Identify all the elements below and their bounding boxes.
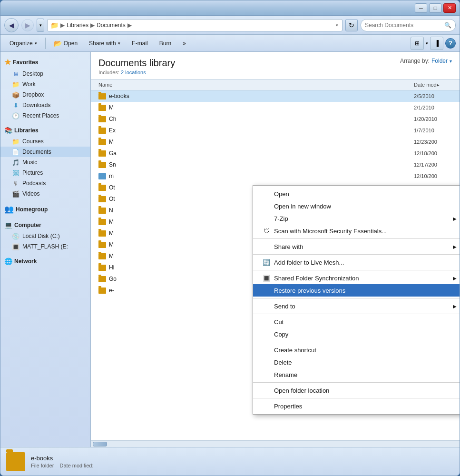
path-libraries[interactable]: Libraries	[67, 22, 88, 29]
share-with-icon	[263, 243, 270, 250]
column-date[interactable]: Date mod▸	[414, 82, 452, 88]
context-menu-restore[interactable]: Restore previous versions	[253, 284, 460, 297]
back-button[interactable]: ◀	[4, 18, 19, 32]
scroll-thumb[interactable]	[93, 442, 107, 446]
horizontal-scrollbar[interactable]	[91, 440, 460, 447]
file-date: 2/5/2010	[414, 93, 452, 99]
preview-pane-button[interactable]: ▐	[430, 37, 443, 50]
table-row[interactable]: m 12/10/200	[91, 170, 460, 182]
file-date: 12/17/200	[414, 162, 452, 168]
open-button[interactable]: 📂 Open	[49, 37, 83, 50]
send-to-icon	[263, 302, 270, 310]
rename-icon	[263, 371, 270, 378]
nav-dropdown[interactable]: ▾	[37, 19, 44, 32]
sidebar-item-recent[interactable]: 🕐 Recent Places	[0, 110, 90, 121]
context-menu-create-shortcut[interactable]: Create shortcut	[253, 344, 460, 356]
table-row[interactable]: Ga 12/18/200	[91, 148, 460, 159]
libraries-header[interactable]: 📚 Libraries	[0, 125, 90, 136]
path-documents[interactable]: Documents	[97, 22, 126, 29]
folder-icon	[98, 185, 106, 191]
help-button[interactable]: ?	[445, 38, 456, 49]
context-menu-properties[interactable]: Properties	[253, 400, 460, 412]
table-row[interactable]: e-books 2/5/2010	[91, 90, 460, 102]
sidebar-item-music[interactable]: 🎵 Music	[0, 157, 90, 168]
context-menu-7zip[interactable]: 7-Zip ▶	[253, 212, 460, 225]
favorites-header[interactable]: ★ Favorites	[0, 56, 90, 69]
organize-button[interactable]: Organize ▾	[4, 37, 42, 50]
context-menu-share-with[interactable]: Share with ▶	[253, 240, 460, 253]
table-row[interactable]: Ex 1/7/2010	[91, 125, 460, 136]
search-icon: 🔍	[444, 22, 451, 29]
sidebar-item-flash[interactable]: 🔳 MATT_FLASH (E:	[0, 241, 90, 252]
file-date: 12/10/200	[414, 173, 452, 179]
sidebar-item-local-disk[interactable]: 💿 Local Disk (C:)	[0, 231, 90, 241]
favorites-section: ★ Favorites 🖥 Desktop 📁 Work 📦 Dropbox ⬇	[0, 56, 90, 121]
folder-icon	[98, 219, 106, 225]
status-bar: e-books File folder Date modified:	[0, 447, 460, 476]
homegroup-header[interactable]: 👥 Homegroup	[0, 203, 90, 216]
context-menu-cut[interactable]: Cut	[253, 316, 460, 328]
sidebar-item-courses[interactable]: 📁 Courses	[0, 136, 90, 147]
table-row[interactable]: M 12/23/200	[91, 136, 460, 148]
courses-icon: 📁	[12, 138, 20, 145]
cut-icon	[263, 318, 270, 326]
close-button[interactable]: ✕	[443, 3, 456, 13]
sidebar-item-dropbox[interactable]: 📦 Dropbox	[0, 89, 90, 100]
context-menu-rename[interactable]: Rename	[253, 368, 460, 381]
context-menu-open[interactable]: Open	[253, 188, 460, 200]
table-row[interactable]: M 2/1/2010	[91, 102, 460, 113]
context-menu-open-folder-location[interactable]: Open folder location	[253, 384, 460, 397]
properties-icon	[263, 402, 270, 410]
pictures-icon: 🖼	[12, 169, 20, 177]
locations-link[interactable]: 2 locations	[121, 69, 146, 75]
context-menu-shared-sync[interactable]: 🔳 Shared Folder Synchronization ▶	[253, 272, 460, 284]
submenu-arrow-icon: ▶	[453, 216, 457, 221]
table-row[interactable]: Ch 1/20/2010	[91, 113, 460, 125]
table-row[interactable]: Sn 12/17/200	[91, 159, 460, 170]
context-menu-open-new-window[interactable]: Open in new window	[253, 200, 460, 212]
delete-icon	[263, 358, 270, 366]
arrange-arrow-icon[interactable]: ▾	[450, 59, 452, 64]
more-button[interactable]: »	[177, 37, 191, 50]
context-menu-send-to[interactable]: Send to ▶	[253, 300, 460, 312]
menu-separator-6	[253, 342, 460, 342]
sidebar-item-downloads[interactable]: ⬇ Downloads	[0, 100, 90, 110]
sidebar-item-work[interactable]: 📁 Work	[0, 79, 90, 89]
folder-icon	[98, 230, 106, 237]
arrange-value[interactable]: Folder	[431, 58, 448, 64]
column-name[interactable]: Name	[98, 82, 414, 88]
sidebar-item-desktop[interactable]: 🖥 Desktop	[0, 69, 90, 79]
share-with-button[interactable]: Share with ▾	[84, 37, 126, 50]
menu-separator-3	[253, 270, 460, 270]
folder-icon	[98, 242, 106, 248]
burn-button[interactable]: Burn	[154, 37, 176, 50]
sidebar-item-documents[interactable]: 📄 Documents	[0, 147, 90, 157]
sidebar-item-pictures[interactable]: 🖼 Pictures	[0, 168, 90, 178]
computer-header[interactable]: 💻 Computer	[0, 219, 90, 231]
music-icon: 🎵	[12, 159, 20, 166]
refresh-button[interactable]: ↻	[345, 19, 358, 31]
address-path[interactable]: 📁 ▶ Libraries ▶ Documents ▶ ▾	[47, 19, 343, 31]
sidebar-item-videos[interactable]: 🎬 Videos	[0, 188, 90, 199]
context-menu-copy[interactable]: Copy	[253, 328, 460, 340]
status-item-details: File folder Date modified:	[31, 463, 454, 468]
minimize-button[interactable]: ─	[415, 3, 427, 13]
search-input[interactable]	[365, 22, 442, 29]
live-mesh-icon: 🔄	[263, 258, 270, 266]
view-options-button[interactable]: ⊞	[411, 37, 424, 50]
forward-button[interactable]: ▶	[21, 19, 34, 31]
email-button[interactable]: E-mail	[127, 37, 153, 50]
folder-icon	[98, 265, 106, 271]
folder-icon	[98, 208, 106, 214]
sidebar-item-podcasts[interactable]: 🎙 Podcasts	[0, 178, 90, 188]
recent-places-icon: 🕐	[12, 112, 20, 119]
network-header[interactable]: 🌐 Network	[0, 256, 90, 267]
context-menu-scan[interactable]: 🛡 Scan with Microsoft Security Essential…	[253, 225, 460, 237]
context-menu-delete[interactable]: Delete	[253, 356, 460, 368]
submenu-arrow-icon-2: ▶	[453, 244, 457, 249]
path-dropdown-arrow[interactable]: ▾	[336, 23, 338, 28]
homegroup-icon: 👥	[4, 205, 14, 214]
context-menu-live-mesh[interactable]: 🔄 Add folder to Live Mesh...	[253, 256, 460, 268]
maximize-button[interactable]: □	[429, 3, 441, 13]
folder-icon	[98, 150, 106, 157]
